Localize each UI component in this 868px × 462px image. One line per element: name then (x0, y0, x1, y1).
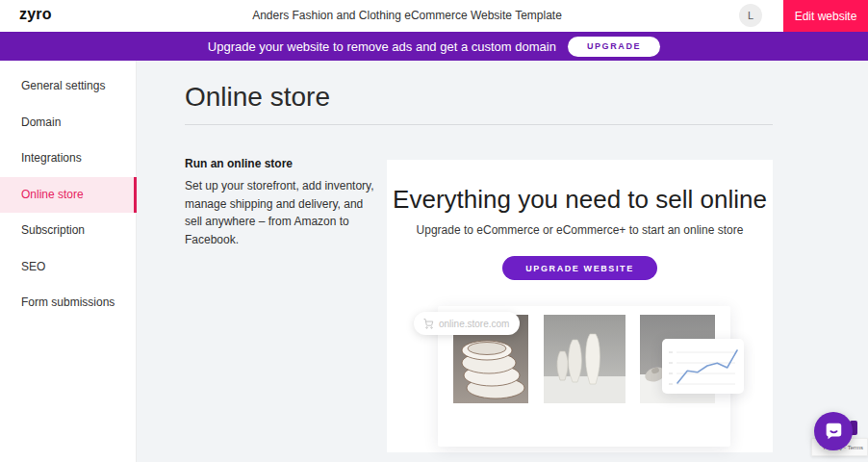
store-url-pill: online.store.com (414, 312, 520, 335)
cart-icon (422, 318, 434, 329)
sidebar-item-seo[interactable]: SEO (0, 249, 137, 286)
upgrade-banner-text: Upgrade your website to remove ads and g… (208, 39, 556, 54)
upsell-heading: Everything you need to sell online (387, 185, 773, 215)
site-title: Anders Fashion and Clothing eCommerce We… (0, 0, 841, 32)
product-image-pitchers (544, 315, 625, 403)
intro-description: Set up your storefront, add inventory, m… (185, 177, 382, 248)
settings-sidebar: General settings Domain Integrations Onl… (0, 61, 137, 462)
upgrade-banner: Upgrade your website to remove ads and g… (0, 32, 868, 61)
sales-chart (662, 339, 744, 394)
sidebar-item-subscription[interactable]: Subscription (0, 213, 137, 249)
sidebar-item-domain[interactable]: Domain (0, 105, 137, 141)
intro-column: Run an online store Set up your storefro… (185, 157, 382, 248)
sidebar-item-online-store[interactable]: Online store (0, 177, 137, 214)
upsell-panel: Everything you need to sell online Upgra… (387, 160, 773, 452)
title-divider (185, 124, 773, 125)
main-content: Online store Run an online store Set up … (137, 61, 868, 462)
sales-chart-card (662, 339, 744, 394)
sidebar-item-integrations[interactable]: Integrations (0, 141, 137, 177)
edit-website-button[interactable]: Edit website (783, 0, 868, 32)
sidebar-item-form-submissions[interactable]: Form submissions (0, 285, 137, 321)
upsell-subheading: Upgrade to eCommerce or eCommerce+ to st… (387, 223, 773, 237)
intro-heading: Run an online store (185, 157, 382, 170)
sidebar-item-general-settings[interactable]: General settings (0, 68, 137, 105)
page-title: Online store (185, 82, 330, 113)
decor-line (677, 350, 737, 383)
upgrade-button[interactable]: UPGRADE (568, 37, 660, 57)
top-bar: zyro Anders Fashion and Clothing eCommer… (0, 0, 868, 32)
chat-bubble-icon (823, 421, 844, 442)
chat-launcher-button[interactable] (814, 412, 853, 450)
store-url-text: online.store.com (439, 319, 509, 329)
product-pitchers (542, 315, 626, 447)
upgrade-website-button[interactable]: UPGRADE WEBSITE (502, 256, 657, 280)
avatar[interactable]: L (739, 4, 762, 27)
